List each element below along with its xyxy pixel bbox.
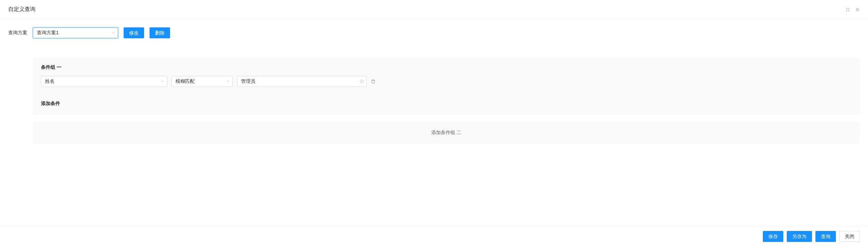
modal-footer: 保存 另存为 查询 关闭 [0, 226, 868, 246]
save-as-button[interactable]: 另存为 [787, 231, 812, 242]
scheme-select[interactable]: 查询方案1 [33, 27, 118, 38]
operator-select-value: 模糊匹配 [176, 78, 195, 85]
modal-body: 查询方案 查询方案1 修改 删除 条件组 一 姓名 模糊匹配 [0, 19, 868, 226]
header-icons [845, 7, 860, 12]
clear-icon[interactable] [360, 79, 364, 83]
condition-group-1: 条件组 一 姓名 模糊匹配 [33, 57, 860, 115]
add-condition-group-button[interactable]: 添加条件组 二 [33, 122, 860, 144]
custom-query-modal: 自定义查询 查询方案 查询方案1 修改 删除 [0, 0, 868, 246]
value-input[interactable] [237, 76, 367, 87]
chevron-down-icon [226, 79, 230, 84]
field-select-value: 姓名 [45, 78, 55, 85]
condition-row: 姓名 模糊匹配 [41, 76, 852, 87]
close-button[interactable]: 关闭 [839, 231, 860, 242]
value-input-wrap [237, 76, 367, 87]
scheme-select-value: 查询方案1 [37, 30, 59, 36]
delete-row-icon[interactable] [371, 79, 376, 84]
group-title: 条件组 一 [41, 64, 852, 70]
save-button[interactable]: 保存 [763, 231, 783, 242]
query-button[interactable]: 查询 [815, 231, 836, 242]
fullscreen-exit-icon[interactable] [845, 7, 850, 12]
modal-title: 自定义查询 [8, 6, 36, 13]
delete-button[interactable]: 删除 [150, 27, 170, 38]
operator-select[interactable]: 模糊匹配 [171, 76, 233, 87]
add-condition-button[interactable]: 添加条件 [41, 101, 852, 107]
add-group-label: 添加条件组 二 [431, 130, 461, 136]
toolbar-row: 查询方案 查询方案1 修改 删除 [8, 27, 860, 38]
chevron-down-icon [112, 30, 115, 36]
field-select[interactable]: 姓名 [41, 76, 167, 87]
scheme-label: 查询方案 [8, 30, 27, 36]
close-icon[interactable] [855, 7, 860, 12]
chevron-down-icon [161, 79, 164, 84]
modal-header: 自定义查询 [0, 0, 868, 19]
edit-button[interactable]: 修改 [124, 27, 144, 38]
